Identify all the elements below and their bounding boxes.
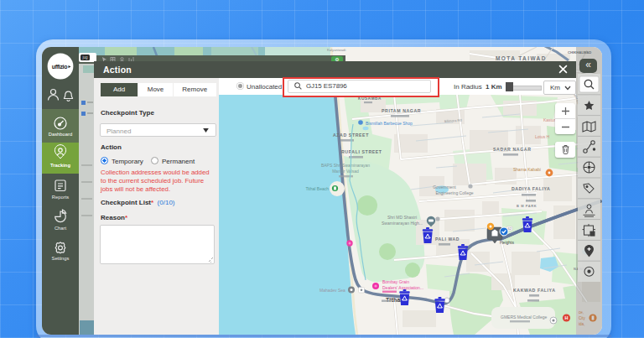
svg-text:Tracking: Tracking bbox=[50, 163, 70, 168]
svg-text:62: 62 bbox=[508, 226, 512, 231]
svg-text:PALI WAD: PALI WAD bbox=[435, 237, 460, 242]
svg-text:uffizio: uffizio bbox=[52, 64, 68, 70]
svg-text:B M PARK: B M PARK bbox=[517, 204, 537, 208]
svg-text:H: H bbox=[565, 315, 569, 320]
svg-text:Chart: Chart bbox=[55, 226, 67, 231]
svg-text:AZAD STREET: AZAD STREET bbox=[333, 133, 369, 138]
svg-text:Engineering College: Engineering College bbox=[435, 190, 473, 195]
svg-text:GMERS Medical College: GMERS Medical College bbox=[501, 315, 548, 320]
svg-text:SADAR NAGAR: SADAR NAGAR bbox=[493, 147, 532, 152]
svg-text:Mahadev Sea: Mahadev Sea bbox=[319, 288, 345, 293]
svg-text:Dashboard: Dashboard bbox=[49, 132, 72, 137]
svg-text:BAPS Shri Swaminarayan: BAPS Shri Swaminarayan bbox=[321, 163, 370, 168]
svg-text:RUPALI STREET: RUPALI STREET bbox=[341, 149, 382, 154]
svg-text:Dealers' Association...: Dealers' Association... bbox=[382, 285, 423, 290]
svg-text:Government: Government bbox=[433, 185, 456, 190]
svg-text:PRITAM NAGAR: PRITAM NAGAR bbox=[382, 108, 421, 113]
svg-text:Kalyaniwadi: Kalyaniwadi bbox=[327, 48, 345, 52]
svg-text:MOTA TAIWAD: MOTA TAIWAD bbox=[496, 55, 547, 61]
svg-text:Settings: Settings bbox=[52, 256, 70, 261]
svg-text:Bombay Grain: Bombay Grain bbox=[382, 279, 409, 284]
svg-text:KOSAMBA: KOSAMBA bbox=[358, 96, 382, 101]
svg-text:Reports: Reports bbox=[52, 195, 69, 200]
svg-text:Shri MD Shastri: Shri MD Shastri bbox=[387, 215, 417, 220]
svg-text:Swaminarayan High...: Swaminarayan High... bbox=[382, 221, 423, 226]
svg-text:Bismillah Barbecue Shop: Bismillah Barbecue Shop bbox=[366, 121, 413, 126]
svg-text:Lotus H: Lotus H bbox=[535, 134, 550, 139]
svg-text:Shama Kababi: Shama Kababi bbox=[513, 167, 541, 172]
svg-text:Heights: Heights bbox=[500, 240, 514, 245]
svg-text:KAKWAD FALIYA: KAKWAD FALIYA bbox=[513, 288, 556, 293]
svg-text:DADIYA FALIYA: DADIYA FALIYA bbox=[512, 186, 550, 191]
svg-text:Mandir Valsad: Mandir Valsad bbox=[332, 169, 359, 174]
svg-text:Tithal Beach: Tithal Beach bbox=[305, 186, 329, 191]
